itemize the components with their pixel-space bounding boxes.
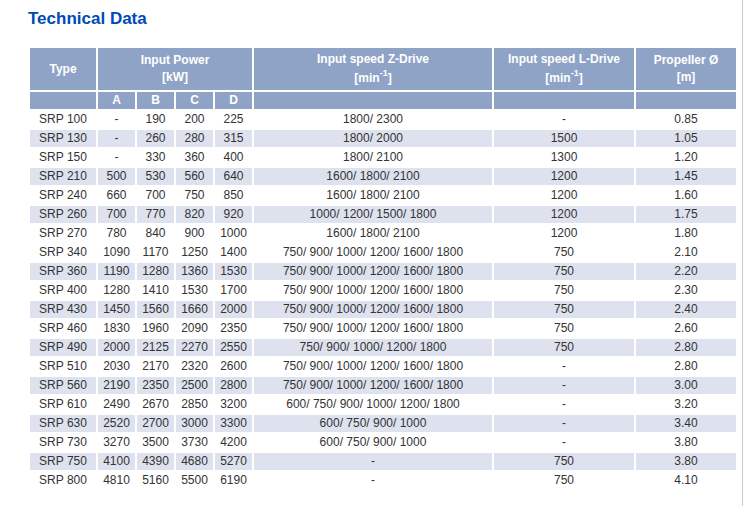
cell-power-c: 1530 [176, 282, 213, 299]
cell-type: SRP 400 [30, 282, 96, 299]
cell-l-drive-speed: - [494, 415, 634, 432]
z-drive-unit: [min-1] [354, 71, 391, 85]
cell-power-d: 225 [215, 111, 252, 128]
cell-power-c: 750 [176, 187, 213, 204]
cell-propeller-diameter: 3.80 [636, 453, 736, 470]
cell-type: SRP 460 [30, 320, 96, 337]
cell-type: SRP 360 [30, 263, 96, 280]
cell-power-b: 330 [137, 149, 174, 166]
cell-power-a: 1190 [98, 263, 135, 280]
cell-type: SRP 560 [30, 377, 96, 394]
table-row: SRP 490 2000 2125 2270 2550 750/ 900/ 10… [30, 339, 736, 356]
subheader-empty-type [30, 92, 96, 109]
cell-power-a: 4810 [98, 472, 135, 489]
table-row: SRP 240 660 700 750 850 1600/ 1800/ 2100… [30, 187, 736, 204]
cell-z-drive-speed: 750/ 900/ 1000/ 1200/ 1600/ 1800 [254, 282, 492, 299]
subheader-empty-prop [636, 92, 736, 109]
table-row: SRP 630 2520 2700 3000 3300 600/ 750/ 90… [30, 415, 736, 432]
cell-power-d: 1700 [215, 282, 252, 299]
cell-propeller-diameter: 2.40 [636, 301, 736, 318]
cell-power-a: 1090 [98, 244, 135, 261]
cell-power-b: 770 [137, 206, 174, 223]
cell-power-b: 1960 [137, 320, 174, 337]
table-row: SRP 130 - 260 280 315 1800/ 2000 1500 1.… [30, 130, 736, 147]
cell-type: SRP 730 [30, 434, 96, 451]
table-row: SRP 360 1190 1280 1360 1530 750/ 900/ 10… [30, 263, 736, 280]
cell-power-b: 2125 [137, 339, 174, 356]
cell-power-b: 840 [137, 225, 174, 242]
cell-power-b: 3500 [137, 434, 174, 451]
cell-power-d: 850 [215, 187, 252, 204]
cell-type: SRP 610 [30, 396, 96, 413]
cell-power-d: 2600 [215, 358, 252, 375]
cell-propeller-diameter: 3.00 [636, 377, 736, 394]
cell-power-c: 2320 [176, 358, 213, 375]
cell-l-drive-speed: 750 [494, 453, 634, 470]
cell-power-c: 5500 [176, 472, 213, 489]
cell-propeller-diameter: 1.60 [636, 187, 736, 204]
cell-l-drive-speed: - [494, 434, 634, 451]
cell-l-drive-speed: 750 [494, 301, 634, 318]
table-row: SRP 100 - 190 200 225 1800/ 2300 - 0.85 [30, 111, 736, 128]
cell-l-drive-speed: - [494, 396, 634, 413]
subheader-col-a: A [98, 92, 135, 109]
table-row: SRP 750 4100 4390 4680 5270 - 750 3.80 [30, 453, 736, 470]
col-header-z-drive: Input speed Z-Drive [min-1] [254, 48, 492, 90]
cell-type: SRP 150 [30, 149, 96, 166]
cell-power-a: - [98, 149, 135, 166]
cell-propeller-diameter: 1.20 [636, 149, 736, 166]
cell-type: SRP 270 [30, 225, 96, 242]
cell-propeller-diameter: 2.60 [636, 320, 736, 337]
cell-type: SRP 490 [30, 339, 96, 356]
cell-propeller-diameter: 1.80 [636, 225, 736, 242]
cell-power-d: 920 [215, 206, 252, 223]
cell-l-drive-speed: 750 [494, 472, 634, 489]
input-power-label: Input Power [141, 53, 210, 67]
propeller-label: Propeller Ø [654, 53, 719, 67]
cell-power-b: 1170 [137, 244, 174, 261]
cell-power-d: 315 [215, 130, 252, 147]
subheader-empty-z [254, 92, 492, 109]
cell-power-b: 260 [137, 130, 174, 147]
cell-type: SRP 800 [30, 472, 96, 489]
cell-z-drive-speed: 750/ 900/ 1000/ 1200/ 1600/ 1800 [254, 244, 492, 261]
cell-l-drive-speed: 750 [494, 244, 634, 261]
cell-type: SRP 340 [30, 244, 96, 261]
cell-power-c: 560 [176, 168, 213, 185]
cell-power-a: 500 [98, 168, 135, 185]
cell-z-drive-speed: - [254, 453, 492, 470]
cell-propeller-diameter: 1.45 [636, 168, 736, 185]
cell-l-drive-speed: 750 [494, 263, 634, 280]
cell-l-drive-speed: - [494, 358, 634, 375]
cell-power-a: 780 [98, 225, 135, 242]
cell-propeller-diameter: 3.20 [636, 396, 736, 413]
cell-power-a: 1280 [98, 282, 135, 299]
cell-propeller-diameter: 1.75 [636, 206, 736, 223]
cell-z-drive-speed: 1000/ 1200/ 1500/ 1800 [254, 206, 492, 223]
cell-power-c: 1360 [176, 263, 213, 280]
cell-l-drive-speed: 750 [494, 339, 634, 356]
cell-power-c: 2850 [176, 396, 213, 413]
cell-z-drive-speed: 1600/ 1800/ 2100 [254, 168, 492, 185]
cell-power-c: 1250 [176, 244, 213, 261]
cell-propeller-diameter: 3.40 [636, 415, 736, 432]
cell-power-b: 1410 [137, 282, 174, 299]
subheader-col-b: B [137, 92, 174, 109]
cell-propeller-diameter: 0.85 [636, 111, 736, 128]
cell-type: SRP 510 [30, 358, 96, 375]
cell-power-b: 2350 [137, 377, 174, 394]
cell-propeller-diameter: 3.80 [636, 434, 736, 451]
subheader-col-d: D [215, 92, 252, 109]
cell-power-a: 2030 [98, 358, 135, 375]
cell-power-c: 900 [176, 225, 213, 242]
cell-z-drive-speed: 600/ 750/ 900/ 1000 [254, 434, 492, 451]
cell-type: SRP 210 [30, 168, 96, 185]
cell-type: SRP 430 [30, 301, 96, 318]
col-header-l-drive: Input speed L-Drive [min-1] [494, 48, 634, 90]
cell-power-c: 2500 [176, 377, 213, 394]
cell-propeller-diameter: 2.80 [636, 358, 736, 375]
cell-power-a: - [98, 130, 135, 147]
cell-power-a: 3270 [98, 434, 135, 451]
cell-z-drive-speed: 1800/ 2000 [254, 130, 492, 147]
technical-data-table: Type Input Power [kW] Input speed Z-Driv… [28, 46, 738, 491]
